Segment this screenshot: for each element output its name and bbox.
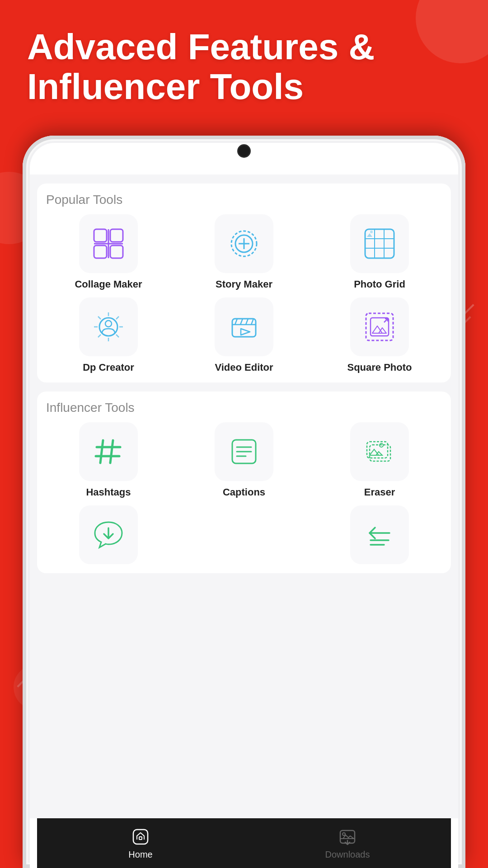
repost-icon-box xyxy=(350,505,409,564)
captions-icon xyxy=(226,434,262,470)
tool-eraser[interactable]: Eraser xyxy=(315,422,444,498)
square-photo-icon-box xyxy=(350,297,409,356)
svg-line-30 xyxy=(246,319,248,325)
square-photo-label: Square Photo xyxy=(347,362,412,373)
nav-downloads[interactable]: Downloads xyxy=(244,827,451,860)
header-title: Advaced Features & Influencer Tools xyxy=(27,27,461,107)
home-nav-label: Home xyxy=(128,849,152,860)
dp-creator-icon-box xyxy=(79,297,138,356)
tool-photo-grid[interactable]: Photo Grid xyxy=(315,214,444,290)
svg-rect-1 xyxy=(110,229,123,242)
influencer-tools-title: Influencer Tools xyxy=(44,401,444,415)
captions-icon-box xyxy=(215,422,273,481)
photo-grid-icon-box xyxy=(350,214,409,273)
collage-maker-label: Collage Maker xyxy=(75,278,142,290)
svg-line-23 xyxy=(98,335,101,337)
influencer-tools-section: Influencer Tools Hashtags xyxy=(37,392,451,573)
nav-home[interactable]: Home xyxy=(37,827,244,860)
downloads-icon xyxy=(338,827,357,847)
bottom-nav: Home Downloads xyxy=(37,818,451,868)
svg-rect-2 xyxy=(94,245,107,258)
svg-line-37 xyxy=(110,440,113,463)
screen-scroll: Popular Tools xyxy=(30,175,458,818)
eraser-label: Eraser xyxy=(364,486,395,498)
svg-point-55 xyxy=(343,833,345,835)
svg-line-20 xyxy=(98,316,101,319)
story-maker-label: Story Maker xyxy=(216,278,272,290)
popular-tools-section: Popular Tools xyxy=(37,184,451,382)
collage-maker-icon-box xyxy=(79,214,138,273)
whatsapp-dl-icon-box xyxy=(79,505,138,564)
square-photo-icon xyxy=(361,309,398,345)
collage-maker-icon xyxy=(90,226,127,262)
dp-creator-label: Dp Creator xyxy=(83,362,134,373)
video-editor-label: Video Editor xyxy=(215,362,273,373)
popular-tools-grid: Collage Maker Story Maker xyxy=(44,214,444,373)
eraser-icon xyxy=(361,434,398,470)
hashtags-label: Hashtags xyxy=(86,486,131,498)
video-editor-icon xyxy=(226,309,262,345)
phone-mockup: Popular Tools xyxy=(23,136,465,868)
svg-line-31 xyxy=(251,319,253,325)
svg-line-21 xyxy=(116,335,119,337)
camera-notch xyxy=(239,146,249,156)
svg-line-36 xyxy=(100,440,103,463)
video-editor-icon-box xyxy=(215,297,273,356)
svg-line-29 xyxy=(240,319,243,325)
dp-creator-icon xyxy=(90,309,127,345)
influencer-tools-row2 xyxy=(44,505,444,564)
photo-grid-icon xyxy=(361,226,398,262)
svg-rect-0 xyxy=(94,229,107,242)
svg-point-25 xyxy=(105,321,112,327)
eraser-icon-box xyxy=(350,422,409,481)
empty-cell xyxy=(180,505,308,564)
popular-tools-title: Popular Tools xyxy=(44,193,444,207)
influencer-tools-grid: Hashtags Captions xyxy=(44,422,444,498)
tool-video-editor[interactable]: Video Editor xyxy=(180,297,308,373)
tool-whatsapp-dl[interactable] xyxy=(44,505,173,564)
bottom-spacer xyxy=(30,582,458,591)
whatsapp-dl-icon xyxy=(90,517,127,553)
captions-label: Captions xyxy=(223,486,265,498)
svg-rect-52 xyxy=(139,837,142,840)
svg-rect-3 xyxy=(110,245,123,258)
header: Advaced Features & Influencer Tools xyxy=(27,27,461,107)
tool-square-photo[interactable]: Square Photo xyxy=(315,297,444,373)
svg-line-28 xyxy=(235,319,237,325)
phone-screen: Popular Tools xyxy=(30,143,458,868)
tool-repost[interactable] xyxy=(315,505,444,564)
story-maker-icon xyxy=(226,226,262,262)
tool-collage-maker[interactable]: Collage Maker xyxy=(44,214,173,290)
svg-marker-32 xyxy=(241,329,250,335)
tool-story-maker[interactable]: Story Maker xyxy=(180,214,308,290)
repost-icon xyxy=(361,517,398,553)
photo-grid-label: Photo Grid xyxy=(354,278,405,290)
home-icon xyxy=(131,827,150,847)
hashtags-icon-box xyxy=(79,422,138,481)
svg-point-15 xyxy=(370,231,373,233)
tool-dp-creator[interactable]: Dp Creator xyxy=(44,297,173,373)
tool-captions[interactable]: Captions xyxy=(180,422,308,498)
downloads-nav-label: Downloads xyxy=(325,849,370,860)
svg-line-22 xyxy=(116,316,119,319)
tool-hashtags[interactable]: Hashtags xyxy=(44,422,173,498)
story-maker-icon-box xyxy=(215,214,273,273)
hashtags-icon xyxy=(90,434,127,470)
